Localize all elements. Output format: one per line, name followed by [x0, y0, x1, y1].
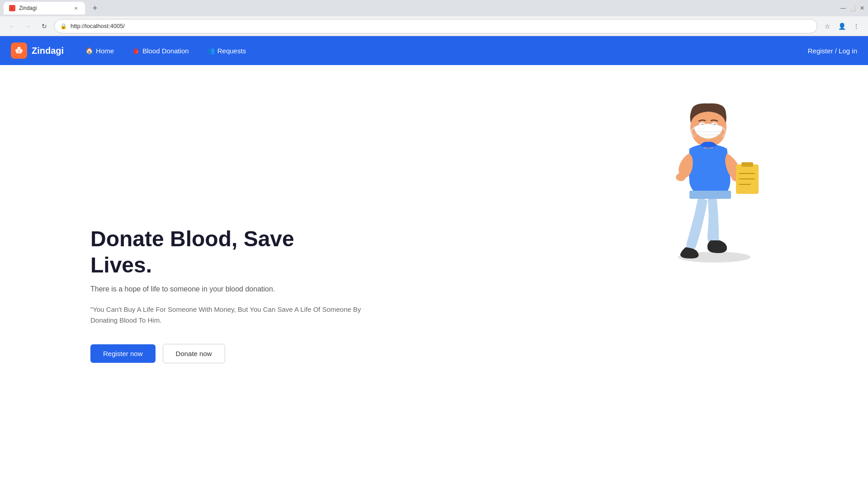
- bookmark-button[interactable]: ☆: [821, 20, 834, 33]
- browser-chrome: 🩸 Zindagi ✕ + — ⬜ ✕ ← → ↻ 🔒 http://local…: [0, 0, 868, 36]
- browser-titlebar: 🩸 Zindagi ✕ + — ⬜ ✕: [0, 0, 868, 16]
- tab-close-button[interactable]: ✕: [72, 5, 80, 12]
- svg-point-14: [676, 173, 686, 181]
- svg-rect-10: [741, 162, 753, 167]
- svg-rect-0: [16, 49, 22, 53]
- reload-button[interactable]: ↻: [38, 20, 51, 33]
- nav-requests[interactable]: 👥 Requests: [200, 43, 253, 58]
- menu-button[interactable]: ⋮: [850, 20, 863, 33]
- donate-now-button[interactable]: Donate now: [163, 344, 225, 363]
- maximize-button[interactable]: ⬜: [849, 5, 856, 11]
- brand-name: Zindagi: [32, 46, 64, 56]
- blood-donation-icon: 🩸: [132, 47, 140, 54]
- url-display: http://localhost:4005/: [71, 23, 125, 29]
- tab-title: Zindagi: [19, 5, 37, 11]
- nav-requests-label: Requests: [217, 47, 246, 55]
- toolbar-actions: ☆ 👤 ⋮: [821, 20, 863, 33]
- svg-rect-6: [22, 50, 23, 52]
- browser-toolbar: ← → ↻ 🔒 http://localhost:4005/ ☆ 👤 ⋮: [0, 16, 868, 36]
- tab-favicon: 🩸: [9, 5, 15, 11]
- forward-button[interactable]: →: [22, 20, 34, 33]
- svg-rect-5: [15, 50, 16, 52]
- svg-rect-4: [18, 52, 20, 52]
- navbar-brand[interactable]: Zindagi: [11, 42, 64, 59]
- back-button[interactable]: ←: [5, 20, 18, 33]
- hero-illustration: [660, 74, 787, 266]
- address-bar[interactable]: 🔒 http://localhost:4005/: [54, 19, 817, 33]
- browser-tab[interactable]: 🩸 Zindagi ✕: [4, 2, 85, 14]
- hero-buttons: Register now Donate now: [90, 344, 362, 363]
- hero-subtitle: There is a hope of life to someone in yo…: [90, 285, 362, 293]
- hero-title: Donate Blood, Save Lives.: [90, 226, 362, 278]
- navbar-right: Register / Log in: [808, 47, 857, 55]
- hero-quote: "You Can't Buy A Life For Someone With M…: [90, 304, 362, 326]
- nav-home-label: Home: [96, 47, 114, 55]
- minimize-button[interactable]: —: [840, 5, 846, 11]
- nav-blood-donation[interactable]: 🩸 Blood Donation: [125, 43, 196, 58]
- lock-icon: 🔒: [60, 23, 67, 29]
- svg-rect-2: [18, 50, 19, 51]
- navbar: Zindagi 🏠 Home 🩸 Blood Donation 👥 Reques…: [0, 36, 868, 65]
- hero-text: Donate Blood, Save Lives. There is a hop…: [90, 226, 362, 363]
- main-content: Donate Blood, Save Lives. There is a hop…: [0, 65, 868, 488]
- app-wrapper: Zindagi 🏠 Home 🩸 Blood Donation 👥 Reques…: [0, 36, 868, 488]
- new-tab-button[interactable]: +: [89, 2, 101, 14]
- brand-logo: [11, 42, 27, 59]
- svg-rect-3: [19, 50, 20, 51]
- register-login-link[interactable]: Register / Log in: [808, 47, 857, 55]
- nav-blood-donation-label: Blood Donation: [142, 47, 189, 55]
- requests-icon: 👥: [207, 47, 215, 54]
- person-svg: [660, 74, 787, 264]
- register-now-button[interactable]: Register now: [90, 344, 156, 363]
- home-icon: 🏠: [85, 47, 93, 54]
- svg-rect-1: [18, 47, 20, 49]
- nav-home[interactable]: 🏠 Home: [78, 43, 121, 58]
- close-button[interactable]: ✕: [860, 5, 864, 11]
- profile-button[interactable]: 👤: [835, 20, 848, 33]
- svg-rect-21: [689, 191, 731, 199]
- navbar-nav: 🏠 Home 🩸 Blood Donation 👥 Requests: [78, 43, 808, 58]
